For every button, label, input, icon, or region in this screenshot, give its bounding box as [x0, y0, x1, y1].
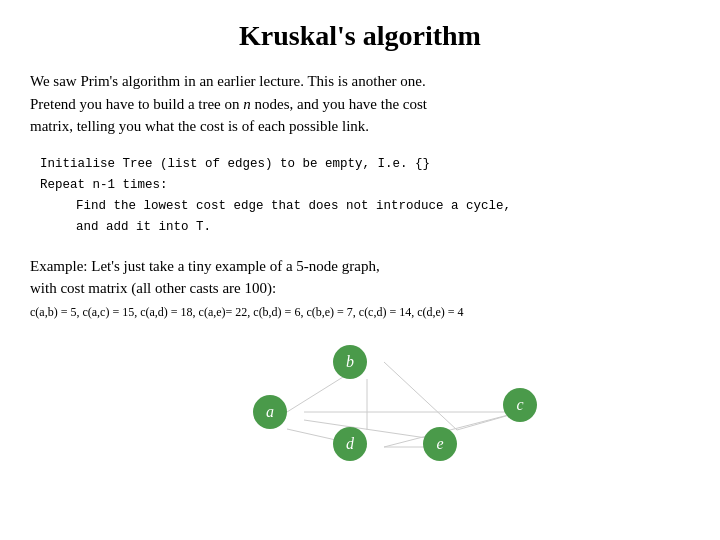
code-line1: Initialise Tree (list of edges) to be em…	[40, 157, 430, 171]
intro-line1: We saw Prim's algorithm in an earlier le…	[30, 73, 426, 89]
code-line4: and add it into T.	[40, 217, 690, 238]
intro-paragraph: We saw Prim's algorithm in an earlier le…	[30, 70, 690, 138]
page: Kruskal's algorithm We saw Prim's algori…	[0, 0, 720, 540]
code-block: Initialise Tree (list of edges) to be em…	[30, 154, 690, 239]
svg-line-3	[384, 362, 457, 430]
example-line2: with cost matrix (all other casts are 10…	[30, 280, 276, 296]
cost-matrix: c(a,b) = 5, c(a,c) = 15, c(a,d) = 18, c(…	[30, 304, 690, 321]
intro-line2: Pretend you have to build a tree on n no…	[30, 96, 427, 112]
intro-line3: matrix, telling you what the cost is of …	[30, 118, 369, 134]
code-line3: Find the lowest cost edge that does not …	[40, 196, 690, 217]
example-line1: Example: Let's just take a tiny example …	[30, 258, 380, 274]
graph-area: a b c d e	[150, 330, 570, 460]
code-line2: Repeat n-1 times:	[40, 178, 168, 192]
example-paragraph: Example: Let's just take a tiny example …	[30, 255, 690, 300]
page-title: Kruskal's algorithm	[30, 20, 690, 52]
